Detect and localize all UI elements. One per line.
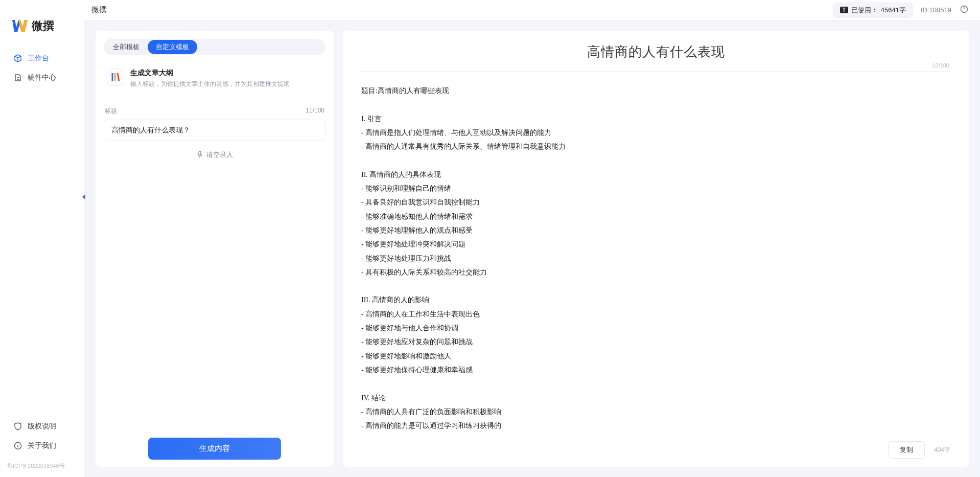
sidebar: 微撰 工作台 稿件中心 版权说明	[0, 0, 84, 477]
generate-button[interactable]: 生成内容	[148, 438, 281, 460]
shield-icon	[13, 422, 22, 431]
field-label-title: 标题	[105, 107, 117, 116]
template-desc: 输入标题，为你提供文章主体的灵感，并为其创建推文提纲	[130, 80, 290, 88]
char-counter: 11/100	[306, 107, 324, 116]
usage-pill[interactable]: T 已使用： 45641字	[833, 3, 913, 18]
nav-label: 关于我们	[28, 441, 56, 450]
sidebar-item-copyright[interactable]: 版权说明	[7, 417, 77, 436]
sidebar-item-workbench[interactable]: 工作台	[7, 49, 77, 67]
template-icon	[107, 69, 124, 86]
info-icon	[13, 441, 22, 450]
sidebar-nav: 工作台 稿件中心	[0, 49, 84, 417]
voice-hint: 请空录入	[206, 150, 233, 160]
logo-text: 微撰	[32, 18, 54, 34]
topbar: 微撰 T 已使用： 45641字 ID:100519	[84, 0, 980, 20]
user-id: ID:100519	[921, 6, 951, 14]
t-badge: T	[840, 7, 848, 13]
template-tabs: 全部模板 自定义模板	[104, 39, 325, 55]
cube-icon	[13, 54, 22, 63]
microphone-icon	[196, 151, 203, 160]
sidebar-item-drafts[interactable]: 稿件中心	[7, 69, 77, 87]
tab-all-templates[interactable]: 全部模板	[105, 40, 148, 54]
page-title: 微撰	[91, 5, 107, 15]
power-icon[interactable]	[960, 5, 969, 15]
usage-value: 45641字	[881, 6, 906, 15]
voice-input-row[interactable]: 请空录入	[104, 150, 325, 160]
document-body[interactable]: 题目:高情商的人有哪些表现 I. 引言 - 高情商是指人们处理情绪、与他人互动以…	[361, 84, 950, 435]
word-count: 404字	[934, 446, 950, 455]
tab-custom-templates[interactable]: 自定义模板	[148, 40, 197, 54]
output-panel: 高情商的人有什么表现 10/100 题目:高情商的人有哪些表现 I. 引言 - …	[343, 31, 969, 467]
title-char-counter: 10/100	[932, 62, 949, 69]
usage-prefix: 已使用：	[851, 6, 878, 15]
logo-mark-icon	[12, 20, 28, 32]
nav-label: 版权说明	[28, 422, 56, 431]
sidebar-collapse-handle[interactable]	[80, 192, 88, 202]
template-card[interactable]: 生成文章大纲 输入标题，为你提供文章主体的灵感，并为其创建推文提纲	[104, 64, 325, 98]
main: 微撰 T 已使用： 45641字 ID:100519 全部模板 自定义模板	[84, 0, 980, 477]
svg-rect-2	[199, 151, 201, 155]
nav-label: 工作台	[28, 54, 49, 63]
sidebar-item-about[interactable]: 关于我们	[7, 437, 77, 455]
document-icon	[13, 73, 22, 82]
nav-label: 稿件中心	[28, 73, 56, 82]
input-panel: 全部模板 自定义模板 生成文章大纲 输入标题，为你提供文章主体的灵感，并为其创建…	[96, 31, 334, 467]
icp-text: 鄂ICP备2022016946号	[0, 459, 84, 470]
template-title: 生成文章大纲	[130, 69, 290, 78]
sidebar-footer: 版权说明 关于我们	[0, 417, 84, 459]
logo: 微撰	[0, 7, 84, 49]
copy-button[interactable]: 复制	[888, 441, 925, 459]
title-input[interactable]	[104, 120, 325, 141]
document-title[interactable]: 高情商的人有什么表现	[361, 43, 950, 61]
